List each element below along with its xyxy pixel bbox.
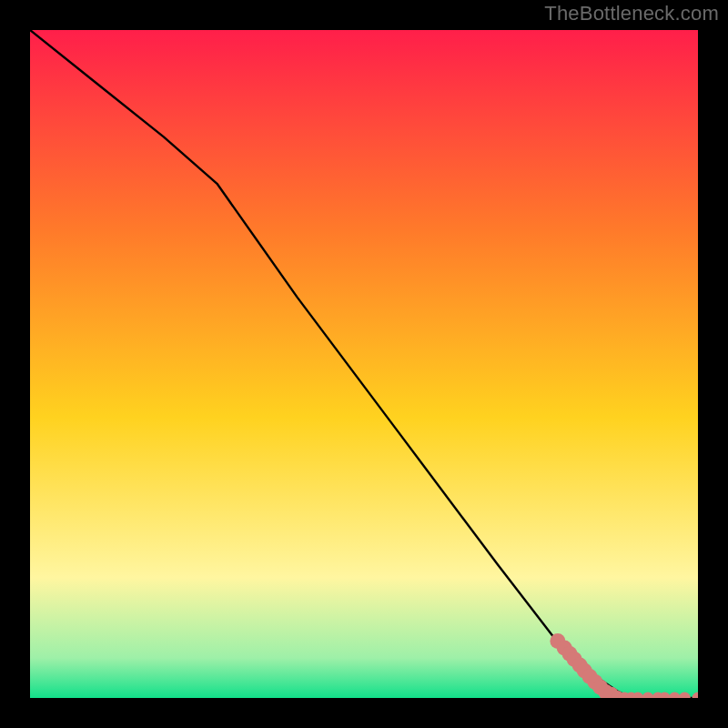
- chart-svg: [30, 30, 698, 698]
- watermark-text: TheBottleneck.com: [544, 2, 719, 25]
- gradient-background: [30, 30, 698, 698]
- plot-area: [30, 30, 698, 698]
- chart-frame: TheBottleneck.com: [0, 0, 728, 728]
